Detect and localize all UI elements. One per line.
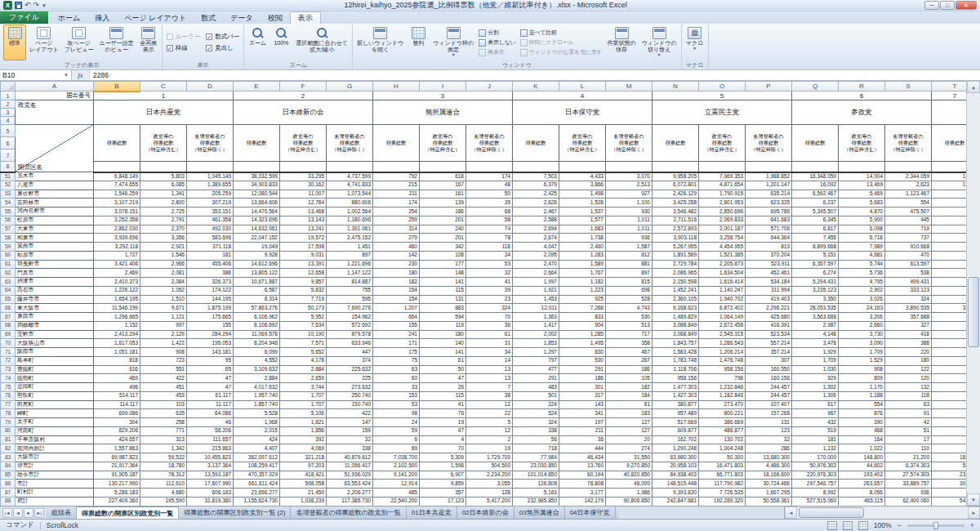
cell[interactable]: 39: [466, 286, 513, 295]
cell[interactable]: 5,417.200: [466, 497, 513, 506]
cell[interactable]: 1,683: [559, 225, 606, 234]
row-header-86[interactable]: 86: [1, 480, 16, 489]
cell[interactable]: 123: [746, 426, 792, 435]
measure-header-cell[interactable]: 名簿登載者の得票総数（特定枠除く）: [606, 125, 653, 162]
cell[interactable]: 254: [373, 207, 420, 216]
cell[interactable]: 164: [839, 435, 885, 444]
cell[interactable]: 68: [466, 207, 513, 216]
cell[interactable]: 2,467: [513, 207, 559, 216]
cell[interactable]: 1,152: [94, 321, 140, 330]
cell[interactable]: 1,498: [559, 190, 606, 199]
cell[interactable]: 274: [606, 444, 653, 453]
cell[interactable]: 122: [885, 365, 932, 374]
cell[interactable]: 3,055: [466, 480, 513, 489]
cell[interactable]: 242,847.681: [653, 497, 699, 506]
name-box[interactable]: B10 ▼: [0, 70, 72, 80]
cell[interactable]: 35: [466, 199, 513, 207]
cell[interactable]: 50,300: [699, 453, 746, 462]
cell[interactable]: 1,132: [792, 444, 839, 453]
cell[interactable]: 2,234.200: [466, 471, 513, 480]
view-side-by-side-button[interactable]: 並べて比較: [520, 29, 603, 37]
cell[interactable]: 534.184: [746, 278, 792, 287]
cell[interactable]: 2,628: [513, 199, 559, 207]
cell[interactable]: 7,726.535: [699, 489, 746, 498]
row-header-88[interactable]: 88: [1, 497, 16, 506]
cell[interactable]: 3,939.696: [94, 234, 140, 243]
cell[interactable]: 192,289.320: [699, 497, 746, 506]
cell[interactable]: 2,862.030: [94, 225, 140, 234]
cell[interactable]: 1,064.149: [699, 313, 746, 322]
cell[interactable]: 14: [932, 435, 967, 444]
row-header-81[interactable]: 81: [1, 435, 16, 444]
cell[interactable]: 23,656.277: [234, 489, 280, 498]
cell[interactable]: 50,173: [280, 304, 327, 313]
cell[interactable]: 2,623: [885, 181, 932, 190]
cell[interactable]: 451: [140, 383, 187, 392]
cell[interactable]: 7: [466, 383, 513, 392]
cell[interactable]: 115: [420, 286, 466, 295]
row-header-3[interactable]: 3: [1, 109, 16, 117]
cell[interactable]: 4,407: [234, 444, 280, 453]
cell[interactable]: 14: [466, 356, 513, 365]
todokede-label-cell[interactable]: 届出番号: [16, 91, 94, 100]
cell[interactable]: 1,452.241: [653, 286, 699, 295]
cell[interactable]: 11.117: [187, 400, 234, 409]
cell[interactable]: 4,737.599: [327, 172, 373, 181]
cell[interactable]: 606.183: [187, 489, 234, 498]
cell[interactable]: 1,286.543: [699, 339, 746, 348]
cell[interactable]: 1,821: [280, 418, 327, 427]
sheet-tab-4[interactable]: 01日本共産党: [407, 506, 457, 519]
cell[interactable]: 2,791: [140, 216, 187, 225]
cell[interactable]: 718: [513, 444, 559, 453]
cell[interactable]: 554: [839, 400, 885, 409]
maximize-button[interactable]: □: [940, 1, 955, 10]
cell[interactable]: 1,223: [559, 286, 606, 295]
cell[interactable]: 57,863.276: [234, 304, 280, 313]
cell[interactable]: 523.911: [746, 260, 792, 269]
cell[interactable]: 1,489.829: [653, 313, 699, 322]
cell[interactable]: 6,848.149: [94, 172, 140, 181]
cell[interactable]: 1,417: [513, 321, 559, 330]
cell[interactable]: 1,537: [559, 207, 606, 216]
cell[interactable]: 17,607.990: [187, 480, 234, 489]
column-header-K[interactable]: K: [513, 82, 559, 91]
cell[interactable]: 925: [559, 295, 606, 304]
zoom-out-button[interactable]: −: [897, 521, 901, 529]
cell[interactable]: 227,409.360: [94, 497, 140, 506]
cell[interactable]: 6,718: [839, 234, 885, 243]
cell[interactable]: 59: [373, 426, 420, 435]
row-label-cell[interactable]: 門真市: [16, 269, 94, 278]
cell[interactable]: 105: [606, 374, 653, 383]
scroll-up-icon[interactable]: ▲: [967, 81, 980, 93]
cell[interactable]: 524: [513, 409, 559, 418]
cell[interactable]: 30,724.466: [746, 480, 792, 489]
cell[interactable]: 2,545.315: [699, 330, 746, 339]
sheet-nav-first-icon[interactable]: |◄: [2, 508, 12, 518]
cell[interactable]: 56: [513, 435, 559, 444]
cell[interactable]: 1,155,624.730: [234, 497, 280, 506]
cell[interactable]: 384: [932, 251, 967, 260]
cell[interactable]: 3,068.849: [653, 330, 699, 339]
measure-header-cell[interactable]: 政党等の得票総数（特定枠含む）: [420, 125, 466, 162]
cell[interactable]: 3,903.118: [653, 234, 699, 243]
cell[interactable]: 3,252.358: [94, 216, 140, 225]
cell[interactable]: 1,285: [559, 330, 606, 339]
cell[interactable]: 958.156: [699, 365, 746, 374]
cell[interactable]: 23,030.850: [513, 462, 559, 471]
cell[interactable]: 7,969.353: [699, 172, 746, 181]
cell[interactable]: 147: [327, 418, 373, 427]
cell[interactable]: 1,853: [513, 339, 559, 348]
ribbon-tab-2[interactable]: 挿入: [87, 12, 117, 24]
row-header-77[interactable]: 77: [1, 400, 16, 409]
cell[interactable]: 1,577: [559, 216, 606, 225]
cell[interactable]: 3,478: [792, 339, 839, 348]
cell[interactable]: 641.683: [746, 216, 792, 225]
cell[interactable]: 38,032.599: [234, 172, 280, 181]
cell[interactable]: 38: [466, 391, 513, 400]
sheet-nav-next-icon[interactable]: ►: [24, 508, 33, 518]
cell[interactable]: 1,170: [839, 383, 885, 392]
cell[interactable]: 40,879.612: [327, 453, 373, 462]
row-header-72[interactable]: 72: [1, 356, 16, 365]
cell[interactable]: 2,902: [839, 286, 885, 295]
cell[interactable]: 108,259.417: [234, 462, 280, 471]
